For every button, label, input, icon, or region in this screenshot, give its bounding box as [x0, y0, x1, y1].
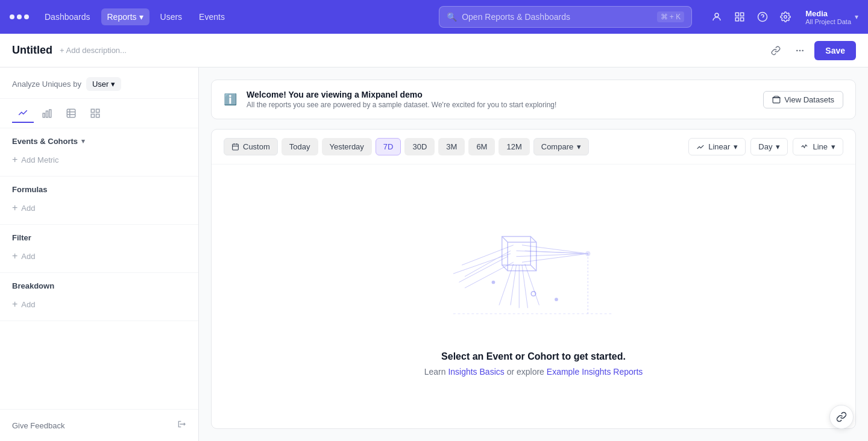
- analyze-row: Analyze Uniques by User ▾: [0, 67, 198, 99]
- add-filter-item[interactable]: + Add: [12, 248, 186, 264]
- time-btn-30d[interactable]: 30D: [404, 138, 435, 155]
- nav-events[interactable]: Events: [193, 8, 231, 25]
- copy-link-icon[interactable]: [766, 41, 785, 60]
- svg-point-9: [802, 49, 804, 51]
- nav-dashboards[interactable]: Dashboards: [39, 8, 96, 25]
- empty-illustration: [419, 216, 648, 337]
- svg-point-0: [715, 13, 719, 17]
- save-button[interactable]: Save: [814, 41, 856, 60]
- add-metric-item[interactable]: + Add Metric: [12, 152, 186, 167]
- chart-tab-bar[interactable]: [36, 104, 58, 123]
- main-layout: Analyze Uniques by User ▾ Event: [0, 67, 868, 441]
- search-placeholder: Open Reports & Dashboards: [462, 12, 652, 22]
- logo-dot-3: [24, 14, 29, 19]
- svg-line-31: [530, 265, 536, 271]
- analyze-label: Analyze Uniques by: [12, 80, 81, 89]
- logo-dot-1: [10, 14, 14, 19]
- floating-link-button[interactable]: [829, 405, 854, 429]
- more-options-icon[interactable]: [790, 41, 810, 60]
- banner-subtitle: All the reports you see are powered by a…: [247, 101, 556, 109]
- chevron-down-icon: ▾: [111, 80, 115, 89]
- events-cohorts-header[interactable]: Events & Cohorts ▾: [12, 137, 186, 146]
- search-icon: 🔍: [447, 12, 457, 22]
- svg-line-28: [502, 237, 508, 243]
- time-btn-today[interactable]: Today: [281, 138, 318, 155]
- report-description[interactable]: + Add description...: [60, 46, 127, 55]
- report-actions: Save: [766, 41, 856, 60]
- chart-toolbar: Custom Today Yesterday 7D 30D 3M: [212, 130, 855, 164]
- day-select[interactable]: Day ▾: [750, 138, 788, 155]
- time-btn-custom[interactable]: Custom: [224, 138, 278, 155]
- chart-empty-state: Select an Event or Cohort to get started…: [212, 164, 855, 428]
- filter-header: Filter: [12, 233, 186, 242]
- example-reports-link[interactable]: Example Insights Reports: [547, 367, 643, 377]
- analyze-value: User: [92, 80, 108, 89]
- chart-tab-grid[interactable]: [84, 104, 106, 123]
- day-label: Day: [758, 142, 772, 151]
- search-bar[interactable]: 🔍 Open Reports & Dashboards ⌘ + K: [439, 6, 692, 28]
- view-datasets-label: View Datasets: [784, 95, 834, 104]
- add-metric-label: Add Metric: [21, 155, 58, 164]
- time-btn-7d[interactable]: 7D: [376, 138, 401, 155]
- insights-basics-link[interactable]: Insights Basics: [448, 367, 504, 377]
- svg-rect-19: [91, 114, 94, 117]
- banner-title: Welcome! You are viewing a Mixpanel demo: [247, 90, 556, 99]
- app-logo[interactable]: [10, 14, 29, 19]
- logo-dots: [10, 14, 29, 19]
- user-icon-btn[interactable]: [706, 7, 727, 27]
- chevron-down-icon: ▾: [139, 12, 143, 22]
- svg-point-50: [555, 298, 558, 301]
- user-account[interactable]: Media All Project Data ▾: [805, 9, 858, 25]
- linear-select[interactable]: Linear ▾: [688, 138, 746, 155]
- chart-panel: Custom Today Yesterday 7D 30D 3M: [211, 129, 856, 429]
- svg-line-47: [525, 264, 539, 305]
- events-cohorts-label: Events & Cohorts: [12, 137, 78, 146]
- analyze-select[interactable]: User ▾: [86, 77, 121, 91]
- settings-icon-btn[interactable]: [775, 7, 796, 27]
- compare-button[interactable]: Compare ▾: [533, 138, 589, 155]
- collapse-sidebar-icon[interactable]: [177, 419, 186, 431]
- linear-label: Linear: [708, 142, 730, 151]
- time-btn-6m[interactable]: 6M: [468, 138, 495, 155]
- line-label: Line: [813, 142, 828, 151]
- formulas-section: Formulas + Add: [0, 177, 198, 225]
- chevron-down-icon: ▾: [831, 142, 835, 151]
- line-select[interactable]: Line ▾: [793, 138, 843, 155]
- chart-tab-line[interactable]: [12, 104, 34, 123]
- svg-point-6: [784, 16, 787, 19]
- events-cohorts-section: Events & Cohorts ▾ + Add Metric: [0, 128, 198, 177]
- filter-label: Filter: [12, 233, 31, 242]
- chevron-down-icon: ▾: [734, 142, 738, 151]
- user-subtitle: All Project Data: [805, 18, 851, 25]
- chevron-down-icon: ▾: [776, 142, 780, 151]
- svg-point-7: [796, 49, 798, 51]
- chart-options: Linear ▾ Day ▾ Line ▾: [688, 138, 843, 155]
- time-btn-3m[interactable]: 3M: [438, 138, 465, 155]
- info-icon: ℹ️: [224, 93, 237, 106]
- plus-icon: +: [12, 154, 17, 165]
- breakdown-label: Breakdown: [12, 281, 54, 290]
- report-header: Untitled + Add description... Save: [0, 34, 868, 67]
- view-datasets-button[interactable]: View Datasets: [763, 91, 843, 108]
- svg-line-29: [530, 237, 536, 243]
- nav-users[interactable]: Users: [154, 8, 189, 25]
- chart-tab-table[interactable]: [60, 104, 82, 123]
- plus-icon: +: [12, 299, 17, 310]
- time-btn-yesterday[interactable]: Yesterday: [322, 138, 372, 155]
- svg-rect-13: [67, 109, 75, 117]
- apps-icon-btn[interactable]: [729, 7, 750, 27]
- nav-reports[interactable]: Reports ▾: [101, 8, 149, 25]
- help-icon-btn[interactable]: [752, 7, 773, 27]
- svg-rect-12: [49, 110, 51, 117]
- feedback-link[interactable]: Give Feedback: [12, 421, 64, 430]
- empty-state-subtitle: Learn Insights Basics or explore Example…: [424, 367, 643, 377]
- breakdown-header: Breakdown: [12, 281, 186, 290]
- time-btn-12m[interactable]: 12M: [498, 138, 529, 155]
- chevron-down-icon: ▾: [81, 137, 85, 145]
- compare-label: Compare: [541, 142, 573, 151]
- add-breakdown-item[interactable]: + Add: [12, 296, 186, 312]
- svg-line-38: [465, 251, 511, 277]
- user-name: Media: [805, 9, 851, 18]
- report-title: Untitled: [12, 44, 52, 57]
- add-formula-item[interactable]: + Add: [12, 200, 186, 216]
